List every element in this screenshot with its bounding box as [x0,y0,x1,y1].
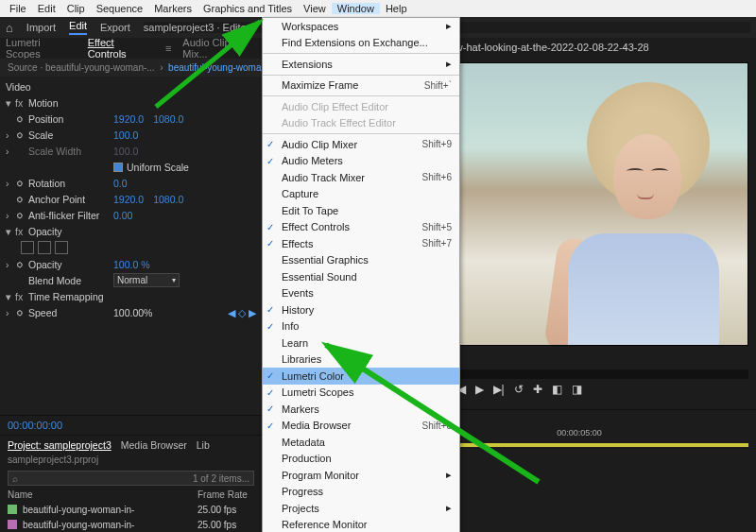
antiflicker-value[interactable]: 0.00 [113,210,132,221]
project-panel: Project: sampleproject3 Media Browser Li… [0,435,262,532]
motion-section[interactable]: Motion [28,97,113,109]
submenu-icon: ▸ [446,502,452,514]
menu-item-extensions[interactable]: Extensions▸ [263,56,459,73]
col-name[interactable]: Name [8,489,198,500]
check-icon: ✓ [266,420,274,431]
position-x[interactable]: 1920.0 [113,113,144,125]
menu-item-events[interactable]: Events [263,285,459,302]
menu-file[interactable]: File [4,3,32,14]
time-remap-section[interactable]: Time Remapping [28,291,113,302]
prop-position: Position [28,113,113,125]
menu-item-find-extensions-on-exchange-[interactable]: Find Extensions on Exchange... [263,35,459,52]
projtab-media-browser[interactable]: Media Browser [121,439,187,451]
annotation-arrow [151,17,274,113]
menu-markers[interactable]: Markers [148,3,198,14]
check-icon: ✓ [266,222,274,232]
menu-item-projects[interactable]: Projects▸ [263,500,459,517]
menu-item-audio-clip-effect-editor: Audio Clip Effect Editor [263,98,459,115]
submenu-icon: ▸ [446,20,452,32]
menu-clip[interactable]: Clip [61,3,91,14]
pen-mask-icon[interactable] [55,241,68,254]
menu-edit[interactable]: Edit [32,3,61,14]
effect-timecode: 00:00:00:00 [0,415,262,435]
menu-graphics-and-titles[interactable]: Graphics and Titles [198,3,298,14]
menu-view[interactable]: View [298,3,332,14]
prop-speed: Speed [28,307,113,318]
check-icon: ✓ [266,304,274,315]
prop-anchor: Anchor Point [28,194,113,205]
menu-item-audio-track-effect-editor: Audio Track Effect Editor [263,115,459,132]
check-icon: ✓ [266,139,274,149]
blend-mode-select[interactable]: Normal [113,273,180,287]
check-icon: ✓ [266,403,274,414]
check-icon: ✓ [266,156,274,166]
project-filename: sampleproject3.prproj [0,455,262,469]
projtab-lib[interactable]: Lib [197,439,210,451]
tab-edit[interactable]: Edit [69,20,87,35]
uniform-scale-checkbox[interactable] [113,163,123,172]
label-swatch [8,520,17,529]
menu-item-edit-to-tape[interactable]: Edit To Tape [263,202,459,219]
scale-value[interactable]: 100.0 [113,129,138,141]
menu-item-workspaces[interactable]: Workspaces▸ [263,18,459,35]
transport-button[interactable]: ◨ [572,383,582,396]
prop-scale-width: Scale Width [28,146,113,157]
rotation-value[interactable]: 0.0 [113,178,128,189]
menu-item-audio-clip-mixer[interactable]: ✓Audio Clip MixerShift+9 [263,136,459,153]
col-framerate[interactable]: Frame Rate [198,489,254,500]
menu-item-audio-meters[interactable]: ✓Audio Meters [263,153,459,170]
opacity-value[interactable]: 100.0 % [113,259,150,270]
project-search[interactable]: ⌕ 1 of 2 items... [8,471,254,486]
effect-controls-panel: Video ▾fxMotion ⭘Position1920.01080.0 ›⭘… [0,77,262,415]
project-item[interactable]: beautiful-young-woman-in-25.00 fps [0,502,262,517]
prop-scale: Scale [28,129,113,141]
ellipse-mask-icon[interactable] [21,241,34,254]
menu-item-audio-track-mixer[interactable]: Audio Track MixerShift+6 [263,169,459,186]
project-item[interactable]: beautiful-young-woman-in-25.00 fps [0,517,262,532]
anchor-y[interactable]: 1080.0 [153,194,183,205]
prop-blend: Blend Mode [28,275,113,286]
tab-lumetri-scopes[interactable]: Lumetri Scopes [6,37,77,60]
prop-rotation: Rotation [28,178,113,189]
check-icon: ✓ [266,387,274,398]
home-icon[interactable]: ⌂ [6,21,13,35]
check-icon: ✓ [266,370,274,381]
tab-effect-controls[interactable]: Effect Controls [88,37,154,60]
prop-opacity: Opacity [28,259,113,270]
check-icon: ✓ [266,321,274,332]
prop-antiflicker: Anti-flicker Filter [28,210,113,221]
submenu-icon: ▸ [446,58,452,70]
transport-button[interactable]: ◧ [552,383,562,396]
search-icon: ⌕ [12,473,18,484]
menu-item-effect-controls[interactable]: ✓Effect ControlsShift+5 [263,219,459,236]
menu-item-history[interactable]: ✓History [263,301,459,318]
tab-export[interactable]: Export [100,22,130,33]
check-icon: ✓ [266,238,274,249]
mask-tools[interactable] [0,239,262,256]
menu-item-maximize-frame[interactable]: Maximize FrameShift+` [263,77,459,94]
projtab-project[interactable]: Project: sampleproject3 [8,439,112,451]
menu-help[interactable]: Help [380,3,413,14]
rect-mask-icon[interactable] [38,241,51,254]
opacity-section[interactable]: Opacity [28,226,113,237]
project-count: 1 of 2 items... [193,473,249,484]
anchor-x[interactable]: 1920.0 [113,194,144,205]
label-swatch [8,505,17,514]
tab-import[interactable]: Import [26,22,56,33]
timeline-timecode: 00:00:05:00 [557,428,748,438]
annotation-arrow [312,331,548,493]
menu-item-reference-monitor[interactable]: Reference Monitor [263,517,459,533]
menu-window[interactable]: Window [332,3,380,14]
speed-value[interactable]: 100.00% [113,307,152,318]
menu-item-effects[interactable]: ✓EffectsShift+7 [263,235,459,252]
menu-item-essential-graphics[interactable]: Essential Graphics [263,252,459,269]
menu-item-capture[interactable]: Capture [263,186,459,203]
menubar: FileEditClipSequenceMarkersGraphics and … [0,0,756,17]
position-y[interactable]: 1080.0 [153,113,183,125]
menu-sequence[interactable]: Sequence [91,3,149,14]
menu-item-essential-sound[interactable]: Essential Sound [263,268,459,285]
